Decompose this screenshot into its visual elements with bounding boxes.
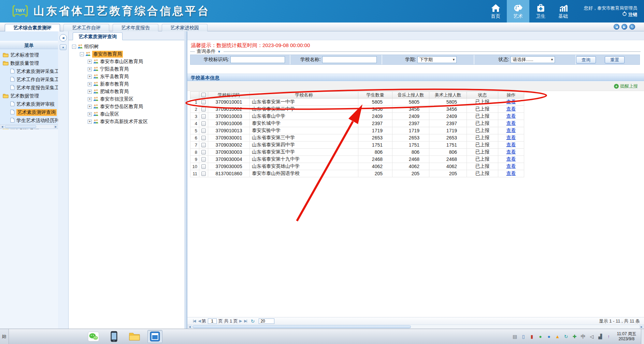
tab-艺术家进校园[interactable]: 艺术家进校园 xyxy=(162,24,207,31)
tree-root[interactable]: -组织树 xyxy=(72,43,184,50)
tree-node-selected[interactable]: -泰安市教育局 xyxy=(72,50,184,58)
page-number-input[interactable] xyxy=(208,318,217,324)
expand-node-icon[interactable]: + xyxy=(88,120,92,124)
row-checkbox[interactable] xyxy=(201,121,206,126)
collapse-node-icon[interactable]: - xyxy=(80,52,84,56)
active-app-icon[interactable] xyxy=(147,330,162,343)
phone-icon[interactable] xyxy=(106,330,121,343)
row-checkbox[interactable] xyxy=(201,164,206,169)
expand-node-icon[interactable]: + xyxy=(88,82,92,86)
expand-node-icon[interactable]: + xyxy=(88,97,92,101)
scroll-thumb[interactable] xyxy=(192,325,411,328)
scroll-left-icon[interactable]: ◀ xyxy=(0,125,4,129)
row-checkbox[interactable] xyxy=(201,171,206,176)
scroll-right-icon[interactable]: ▶ xyxy=(54,125,58,129)
view-link[interactable]: 查看 xyxy=(506,106,516,111)
update-icon[interactable]: ▲ xyxy=(555,334,560,339)
sidebar-item-学生艺术活动经历列表[interactable]: 学生艺术活动经历列表 xyxy=(0,117,58,125)
sidebar-item-艺术标准管理[interactable]: 艺术标准管理 xyxy=(0,51,58,59)
sidebar-item-艺术素质测评审核[interactable]: 艺术素质测评审核 xyxy=(0,100,58,108)
tab-art-quality-query[interactable]: 艺术素质测评查询 xyxy=(73,32,123,40)
tree-node-东平县教育局[interactable]: +东平县教育局 xyxy=(72,73,184,80)
tab-艺术综合素质测评[interactable]: 艺术综合素质测评 xyxy=(5,24,60,31)
collapse-sidebar-button[interactable]: ◀ xyxy=(59,34,67,42)
view-link[interactable]: 查看 xyxy=(506,99,516,104)
sidebar-item-艺术工作自评采集工作进展[interactable]: 艺术工作自评采集工作进展 xyxy=(0,76,58,84)
sync-icon[interactable]: ↻ xyxy=(563,334,569,339)
wechat-icon[interactable] xyxy=(86,330,101,343)
school-name-input[interactable] xyxy=(322,56,377,63)
status-select[interactable]: 请选择...... ▼ xyxy=(511,56,555,63)
reset-button[interactable]: 重置 xyxy=(605,56,625,63)
term-select[interactable]: 下学期 ▼ xyxy=(417,56,457,63)
expand-node-icon[interactable]: + xyxy=(88,90,92,94)
select-all-checkbox[interactable] xyxy=(201,93,206,97)
sidebar-scrollbar[interactable]: ◀ ▶ xyxy=(0,124,58,129)
sidebar-item-数据质量管理[interactable]: 数据质量管理 xyxy=(0,59,58,68)
view-link[interactable]: 查看 xyxy=(506,135,516,140)
scroll-right-icon[interactable]: ▶ xyxy=(639,325,644,329)
start-button[interactable]: 始 xyxy=(0,329,9,344)
row-checkbox[interactable] xyxy=(201,157,206,162)
nav-base[interactable]: 基础 xyxy=(552,0,574,23)
view-link[interactable]: 查看 xyxy=(506,120,516,126)
tree-node-泰安市徂汶景区[interactable]: +泰安市徂汶景区 xyxy=(72,95,184,103)
row-checkbox[interactable] xyxy=(201,143,206,147)
view-link[interactable]: 查看 xyxy=(506,156,516,162)
refresh-icon[interactable]: ↻ xyxy=(251,318,255,324)
notepad-icon[interactable]: ▯ xyxy=(521,334,526,339)
school-id-input[interactable] xyxy=(230,56,285,63)
page-size-input[interactable] xyxy=(259,318,274,324)
sidebar-scroll-thumb[interactable] xyxy=(5,125,36,128)
row-checkbox[interactable] xyxy=(201,114,206,119)
tree-node-泰安市高新技术开发区[interactable]: +泰安市高新技术开发区 xyxy=(72,118,184,125)
tab-艺术工作自评[interactable]: 艺术工作自评 xyxy=(63,24,109,31)
back-circle-icon[interactable]: ◀ xyxy=(614,24,619,30)
search-button[interactable]: 查询 xyxy=(576,56,596,63)
view-link[interactable]: 查看 xyxy=(506,170,516,176)
tree-node-宁阳县教育局[interactable]: +宁阳县教育局 xyxy=(72,65,184,73)
pen-icon[interactable]: ▮ xyxy=(529,334,535,339)
scroll-up-button[interactable]: ▲ xyxy=(60,44,67,50)
volume-icon[interactable]: ◁ xyxy=(589,334,595,339)
first-page-icon[interactable]: |◀ xyxy=(193,319,195,323)
printer-icon[interactable]: ▤ xyxy=(512,334,518,339)
expand-node-icon[interactable]: + xyxy=(88,75,92,79)
view-link[interactable]: 查看 xyxy=(506,113,516,119)
sidebar-item-艺术素质测评采集工作进展[interactable]: 艺术素质测评采集工作进展 xyxy=(0,68,58,76)
input-method-icon[interactable]: 中 xyxy=(581,334,586,339)
tab-艺术年度报告[interactable]: 艺术年度报告 xyxy=(113,24,158,31)
expand-node-icon[interactable]: + xyxy=(88,60,92,64)
main-horizontal-scrollbar[interactable]: ◀ ▶ xyxy=(187,325,644,329)
row-checkbox[interactable] xyxy=(201,129,206,133)
sidebar-item-艺术素质测评查询[interactable]: 艺术素质测评查询 xyxy=(0,108,58,117)
usb-icon[interactable]: ↑ xyxy=(606,334,612,339)
view-link[interactable]: 查看 xyxy=(506,149,516,154)
row-checkbox[interactable] xyxy=(201,107,206,111)
view-link[interactable]: 查看 xyxy=(506,163,516,169)
nav-home[interactable]: 首页 xyxy=(484,0,507,23)
tree-node-泰安市泰山区教育局[interactable]: +泰安市泰山区教育局 xyxy=(72,58,184,65)
panel-splitter[interactable] xyxy=(184,31,187,329)
prev-page-icon[interactable]: ◀ xyxy=(198,319,200,323)
folder-icon[interactable] xyxy=(127,330,142,343)
tree-node-新泰市教育局[interactable]: +新泰市教育局 xyxy=(72,80,184,88)
view-link[interactable]: 查看 xyxy=(506,128,516,133)
sidebar-item-艺术数据管理[interactable]: 艺术数据管理 xyxy=(0,92,58,100)
security-icon[interactable]: ● xyxy=(538,334,543,339)
scroll-left-icon[interactable]: ◀ xyxy=(187,325,192,329)
row-checkbox[interactable] xyxy=(201,136,206,140)
safety-icon[interactable]: ✚ xyxy=(572,334,577,339)
next-page-icon[interactable]: ▶ xyxy=(239,319,241,323)
messenger-icon[interactable]: ● xyxy=(546,334,552,339)
network-icon[interactable]: ▟ xyxy=(598,334,603,339)
tree-node-泰山景区[interactable]: +泰山景区 xyxy=(72,110,184,118)
tree-node-肥城市教育局[interactable]: +肥城市教育局 xyxy=(72,88,184,95)
filter-legend[interactable]: 查询条件 ▼ xyxy=(190,48,641,55)
tree-node-泰安市岱岳区教育局[interactable]: +泰安市岱岳区教育局 xyxy=(72,103,184,110)
remind-report-link[interactable]: + 提醒上报 xyxy=(614,81,638,91)
nav-art[interactable]: 艺术 xyxy=(507,0,529,23)
row-checkbox[interactable] xyxy=(201,100,206,104)
last-page-icon[interactable]: ▶| xyxy=(244,319,246,323)
taskbar-clock[interactable]: 11:07 周五 2023/9/8 xyxy=(617,331,636,342)
